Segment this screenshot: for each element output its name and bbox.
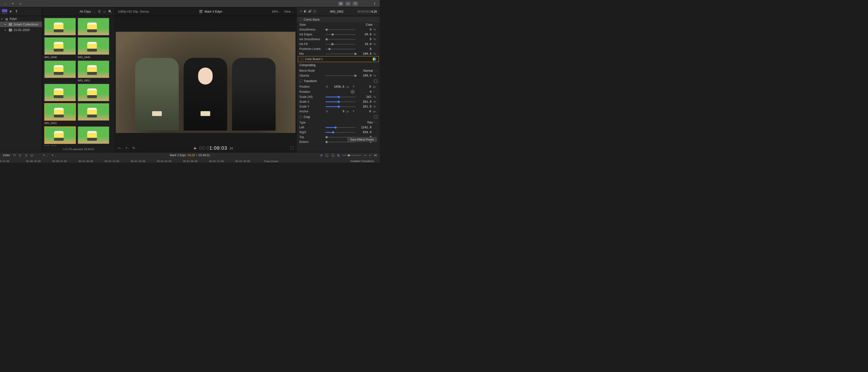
transitions-browser-icon[interactable]: ⋈ (374, 154, 377, 157)
scale-y-slider[interactable] (326, 106, 355, 107)
disclosure-icon[interactable]: ▸ (5, 29, 7, 31)
style-dropdown[interactable]: Color⌃⌄ (366, 23, 377, 26)
ink-smoothness-slider[interactable] (326, 39, 355, 40)
sidebar-item-date-folder[interactable]: ▸ 21-01-2020 (0, 27, 42, 33)
clip-item[interactable]: IMG_0461 (44, 126, 76, 146)
clip-item[interactable] (78, 18, 109, 35)
clip-appearance-icon[interactable]: ▭ (364, 154, 366, 157)
background-tasks-icon[interactable]: ✓ (18, 1, 23, 6)
workspace-timeline-button[interactable]: ▭ (345, 1, 351, 6)
audio-skimming-icon[interactable]: 🎧 (325, 154, 329, 157)
transform-onscreen-icon[interactable] (374, 80, 377, 83)
clip-filter-dropdown[interactable]: All Clips ⌃⌄ (80, 10, 96, 13)
clip-item[interactable] (44, 61, 76, 82)
insert-clip-icon[interactable]: ⊏ (19, 154, 21, 157)
scale-all-slider[interactable] (326, 97, 355, 97)
clip-item[interactable]: IMG_0448 (44, 37, 76, 59)
event-row[interactable]: ▸ ⊞ Edyn (0, 16, 42, 22)
view-dropdown[interactable]: View ⌄ (284, 10, 293, 13)
index-button[interactable]: Index (3, 154, 10, 157)
section-crop[interactable]: ✓Crop (297, 114, 380, 120)
ink-fill-slider[interactable] (326, 44, 355, 44)
save-effects-preset-button[interactable]: Save Effects Preset (347, 137, 377, 142)
disclosure-icon[interactable]: ▸ (5, 23, 7, 26)
crop-onscreen-icon[interactable] (374, 116, 377, 118)
list-view-icon[interactable]: ▭ (103, 10, 106, 13)
clip-item[interactable] (78, 126, 109, 146)
effect-color-board[interactable]: ✓ Color Board 1 (298, 56, 379, 62)
workspace-browser-button[interactable]: ▦ (338, 1, 343, 6)
clip-item[interactable] (78, 84, 109, 101)
connect-clip-icon[interactable]: ⊓ (13, 154, 16, 157)
clip-thumbnail[interactable] (78, 18, 109, 35)
blend-mode-dropdown[interactable]: Normal⌃⌄ (363, 69, 377, 72)
fullscreen-icon[interactable]: ⛶ (290, 146, 293, 150)
browser-grid[interactable]: IMG_0448IMG_0449IMG_0451IMG_0452IMG_0461 (42, 16, 114, 146)
clip-item[interactable] (78, 103, 109, 124)
trim-tool-icon[interactable]: ↖ ⌄ (52, 154, 57, 157)
timeline-ruler[interactable]: Installed Transitions 0:15:0000:00:30:00… (0, 158, 380, 163)
clip-item[interactable]: IMG_0451 (78, 61, 109, 82)
effects-browser-icon[interactable]: ▭ (369, 154, 372, 157)
retime-dropdown-icon[interactable]: ↻⌄ (132, 146, 137, 150)
clip-item[interactable]: IMG_0449 (78, 37, 109, 59)
overwrite-clip-icon[interactable]: ⊔⌄ (31, 154, 35, 157)
sidebar-item-smart-collections[interactable]: ▸ Smart Collections (0, 22, 42, 27)
effects-dropdown-icon[interactable]: ▭⌄ (118, 146, 122, 150)
color-inspector-icon[interactable]: ◧ (304, 9, 307, 13)
viewer-canvas[interactable] (116, 32, 296, 133)
transform-enable-checkbox[interactable]: ✓ (299, 80, 302, 83)
viewer-timecode[interactable]: 00:01:08:03 (199, 145, 227, 151)
titles-tab-icon[interactable]: T (16, 10, 20, 13)
play-icon[interactable]: ▶ (194, 146, 197, 150)
crop-type-dropdown[interactable]: Trim⌃⌄ (367, 121, 377, 124)
clip-thumbnail[interactable] (78, 37, 109, 55)
effect-enable-checkbox[interactable]: ✓ (299, 18, 302, 21)
next-edit-icon[interactable]: › (211, 154, 212, 157)
clip-thumbnail[interactable] (44, 18, 76, 35)
smoothness-slider[interactable] (326, 29, 355, 30)
zoom-dropdown[interactable]: 88% ⌄ (272, 10, 281, 13)
info-inspector-icon[interactable]: ⓘ (313, 9, 316, 13)
effect-comic-basic[interactable]: ✓ Comic Basic (297, 17, 380, 22)
timeline-zoom-slider[interactable] (342, 155, 361, 156)
clip-thumbnail[interactable] (44, 103, 76, 121)
clip-thumbnail[interactable] (44, 84, 76, 101)
ink-edges-slider[interactable] (326, 34, 355, 35)
snapping-icon[interactable]: ⧎ (337, 154, 340, 157)
prev-edit-icon[interactable]: ‹ (167, 154, 168, 157)
video-inspector-icon[interactable]: ▭ (300, 9, 303, 13)
import-icon[interactable]: ↓ (2, 1, 8, 6)
disclosure-icon[interactable]: ▸ (1, 18, 4, 20)
share-icon[interactable]: ⇪ (372, 1, 377, 6)
clip-thumbnail[interactable] (78, 103, 109, 121)
clip-item[interactable] (44, 84, 76, 101)
audio-inspector-icon[interactable]: 🔊 (308, 9, 312, 13)
clip-thumbnail[interactable] (44, 61, 76, 78)
enhance-dropdown-icon[interactable]: ✧⌄ (125, 146, 130, 150)
clip-thumbnail[interactable] (44, 126, 76, 144)
crop-left-slider[interactable] (326, 127, 355, 128)
clip-item[interactable]: IMG_0452 (44, 103, 76, 124)
clip-thumbnail[interactable] (44, 37, 76, 55)
clapper-icon[interactable] (2, 9, 7, 14)
effect-enable-checkbox[interactable]: ✓ (301, 58, 304, 61)
select-tool-icon[interactable]: ↖ ⌄ (43, 154, 48, 157)
posterize-slider[interactable] (326, 49, 355, 50)
rotation-dial[interactable] (351, 90, 354, 94)
filmstrip-icon[interactable]: ☰ (98, 10, 101, 13)
clip-thumbnail[interactable] (78, 84, 109, 101)
opacity-slider[interactable] (326, 75, 355, 76)
project-title[interactable]: Mark 3 Edyn (205, 10, 222, 13)
section-transform[interactable]: ✓Transform (297, 78, 380, 84)
clip-thumbnail[interactable] (78, 61, 109, 78)
installed-transitions-label[interactable]: Installed Transitions (350, 160, 374, 162)
keyword-icon[interactable]: ⌖ (10, 1, 16, 6)
append-clip-icon[interactable]: ⊐ (25, 154, 27, 157)
clip-thumbnail[interactable] (78, 126, 109, 144)
crop-enable-checkbox[interactable]: ✓ (299, 116, 302, 118)
color-board-icon[interactable] (373, 58, 376, 61)
solo-icon[interactable]: 🎧 (331, 154, 335, 157)
clip-item[interactable] (44, 18, 76, 35)
scale-x-slider[interactable] (326, 101, 355, 102)
